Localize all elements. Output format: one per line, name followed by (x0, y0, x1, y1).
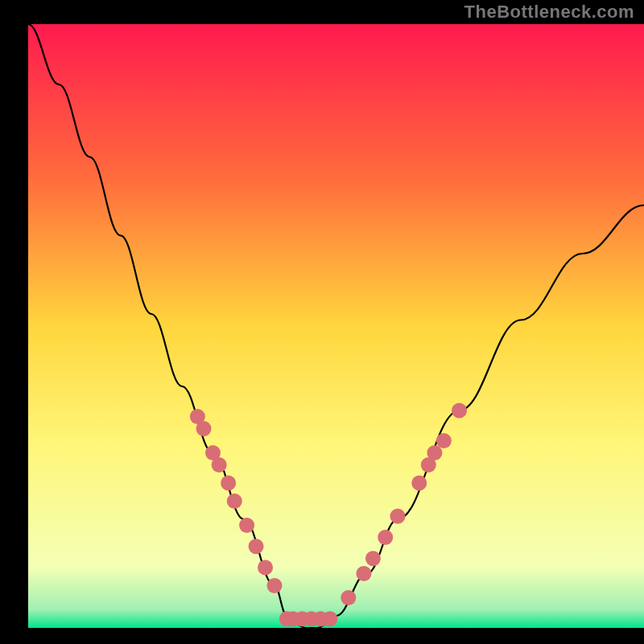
chart-svg (0, 0, 644, 644)
curve-marker (196, 421, 212, 436)
curve-marker (322, 611, 337, 626)
curve-marker (341, 590, 356, 605)
curve-marker (378, 530, 393, 545)
attribution-label: TheBottleneck.com (464, 2, 634, 23)
chart-stage: TheBottleneck.com (0, 0, 644, 644)
curve-marker (452, 403, 467, 419)
curve-marker (212, 457, 227, 473)
plot-background (28, 24, 644, 628)
curve-marker (411, 476, 427, 491)
curve-marker (365, 551, 381, 566)
curve-marker (356, 566, 371, 581)
curve-marker (227, 493, 242, 509)
curve-marker (436, 433, 452, 448)
curve-marker (221, 476, 236, 491)
curve-marker (258, 560, 273, 576)
curve-marker (249, 539, 264, 554)
curve-marker (239, 518, 254, 533)
curve-marker (267, 578, 283, 593)
curve-marker (390, 509, 406, 524)
curve-marker (427, 445, 442, 460)
